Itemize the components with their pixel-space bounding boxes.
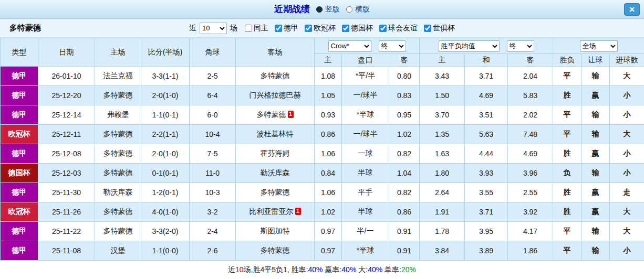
match-date: 26-01-10 [38,67,95,86]
handicap-result: 赢 [581,202,610,222]
filter-checkbox-欧冠杯[interactable]: 欧冠杯 [305,24,336,33]
checkbox-input[interactable] [305,25,312,32]
corner-score: 2-5 [190,67,236,86]
handicap-result: 赢 [581,86,610,105]
filter-bar: 多特蒙德 近 10 场 同主德甲欧冠杯德国杯球会友谊世俱杯 [0,19,644,38]
filter-checkbox-世俱杯[interactable]: 世俱杯 [424,24,455,33]
subheader-result: 胜负 [553,54,581,67]
europe-source-select[interactable]: 胜平负均值 [439,40,500,52]
result: 平 [553,241,581,261]
filter-checkbox-德国杯[interactable]: 德国杯 [342,24,373,33]
score: 3-3(2-0) [141,222,190,241]
eu-home-odds: 3.84 [420,241,465,261]
home-team: 多特蒙德 [95,222,141,241]
table-body: 德甲26-01-10法兰克福3-3(1-1)2-5多特蒙德1.08*平/半0.8… [1,67,644,261]
league-badge: 德甲 [1,183,38,202]
handicap: 半/一 [342,222,389,241]
home-team: 汉堡 [95,241,141,261]
subheader-asia-away: 客 [389,54,420,67]
handicap-result: 输 [581,105,610,125]
checkbox-input[interactable] [379,25,387,32]
result-group-header: 全场 [553,38,644,54]
result: 负 [553,164,581,183]
subheader-handicap-result: 让球 [581,54,610,67]
eu-home-odds: 1.35 [420,125,465,144]
handicap: *半球 [342,105,389,125]
eu-home-odds: 1.78 [420,222,465,241]
league-badge: 德国杯 [1,164,38,183]
scope-select[interactable]: 全场 [580,40,618,52]
asia-away-odds: 0.86 [389,202,420,222]
table-row: 欧冠杯25-12-11多特蒙德2-2(1-1)10-4波杜基林特0.86一/球半… [1,125,644,144]
match-count-select[interactable]: 10 [200,23,227,34]
home-team: 法兰克福 [95,67,141,86]
league-badge: 德甲 [1,67,38,86]
away-team: 多特蒙德 [236,241,315,261]
checkbox-input[interactable] [424,25,431,32]
col-header-type: 类型 [1,38,38,67]
home-team: 弗赖堡 [95,105,141,125]
home-team: 勒沃库森 [95,183,141,202]
filter-controls: 近 10 场 同主德甲欧冠杯德国杯球会友谊世俱杯 [189,23,455,34]
bookmaker-select[interactable]: Crow* [328,40,371,52]
score: 1-1(0-0) [141,241,190,261]
layout-radio-vertical[interactable]: 竖版 [316,5,340,14]
asia-away-odds: 0.82 [389,144,420,164]
filter-checkbox-同主[interactable]: 同主 [245,24,268,33]
away-team: 波杜基林特 [236,125,315,144]
col-header-score: 比分(半场) [141,38,190,67]
filter-checkbox-德甲[interactable]: 德甲 [275,24,298,33]
red-card-icon: 1 [295,208,301,215]
asia-home-odds: 1.02 [315,202,342,222]
asia-time-select[interactable]: 终 [379,40,406,52]
home-team: 多特蒙德 [95,144,141,164]
handicap-result: 输 [581,222,610,241]
summary-segment: 20% [401,265,416,274]
team-name: 多特蒙德 [9,23,41,33]
summary-segment: 10 [235,265,244,274]
asia-home-odds: 1.06 [315,144,342,164]
summary-bar: 近10场,胜4平5负1, 胜率:40% 赢率:40% 大:40% 单率:20% [0,261,644,279]
league-badge: 欧冠杯 [1,202,38,222]
eu-home-odds: 3.43 [420,67,465,86]
subheader-eu-home: 主 [420,54,465,67]
checkbox-input[interactable] [342,25,349,32]
close-button[interactable]: ✕ [624,3,640,16]
europe-time-select[interactable]: 终 [507,40,534,52]
league-badge: 德甲 [1,105,38,125]
away-team: 门兴格拉德巴赫 [236,86,315,105]
panel-title: 近期战绩 [274,3,310,15]
asia-away-odds: 0.91 [389,241,420,261]
asia-away-odds: 0.82 [389,183,420,202]
asia-home-odds: 0.93 [315,105,342,125]
league-badge: 德甲 [1,86,38,105]
result: 平 [553,222,581,241]
checkbox-input[interactable] [245,25,252,32]
result: 平 [553,105,581,125]
col-header-away: 客场 [236,38,315,67]
eu-home-odds: 3.70 [420,105,465,125]
layout-radio-horizontal[interactable]: 横版 [346,5,370,14]
summary-segment: 近 [228,265,235,274]
checkbox-label: 德甲 [284,24,298,33]
eu-draw-odds: 3.95 [465,222,508,241]
match-date: 25-11-08 [38,241,95,261]
checkbox-label: 同主 [254,24,268,33]
asia-away-odds: 0.80 [389,67,420,86]
handicap: *平/半 [342,67,389,86]
match-date: 25-11-30 [38,183,95,202]
filter-checkbox-球会友谊[interactable]: 球会友谊 [379,24,418,33]
table-row: 德甲25-12-08多特蒙德2-0(1-0)7-5霍芬海姆1.06一球0.821… [1,144,644,164]
checkbox-label: 德国杯 [351,24,373,33]
subheader-asia-home: 主 [315,54,342,67]
eu-draw-odds: 4.69 [465,86,508,105]
handicap: 一/球半 [342,125,389,144]
asia-home-odds: 0.86 [315,125,342,144]
handicap-result: 赢 [581,144,610,164]
table-row: 德甲25-11-22多特蒙德3-3(2-0)2-4斯图加特0.97半/一0.91… [1,222,644,241]
radio-selected-icon [316,6,323,13]
corner-score: 11-0 [190,164,236,183]
score: 0-1(0-1) [141,164,190,183]
score: 2-2(1-1) [141,125,190,144]
checkbox-input[interactable] [275,25,282,32]
